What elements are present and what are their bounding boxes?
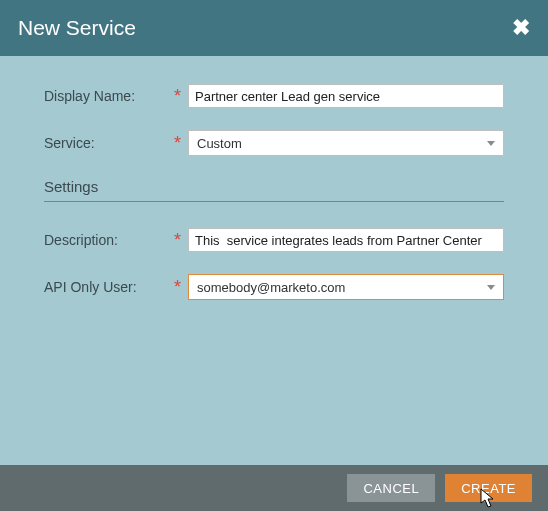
create-button[interactable]: CREATE (445, 474, 532, 502)
section-divider (44, 201, 504, 202)
close-icon[interactable]: ✖ (512, 17, 530, 39)
row-description: Description: * (44, 228, 504, 252)
service-select[interactable]: Custom (188, 130, 504, 156)
required-icon: * (174, 134, 188, 152)
new-service-dialog: New Service ✖ Display Name: * Service: *… (0, 0, 548, 511)
row-service: Service: * Custom (44, 130, 504, 156)
chevron-down-icon (487, 285, 495, 290)
required-icon: * (174, 278, 188, 296)
required-icon: * (174, 231, 188, 249)
cancel-button[interactable]: CANCEL (347, 474, 435, 502)
label-service: Service: (44, 135, 174, 151)
label-description: Description: (44, 232, 174, 248)
api-user-select[interactable]: somebody@marketo.com (188, 274, 504, 300)
chevron-down-icon (487, 141, 495, 146)
dialog-body: Display Name: * Service: * Custom Settin… (0, 56, 548, 465)
description-input[interactable] (188, 228, 504, 252)
display-name-input[interactable] (188, 84, 504, 108)
dialog-footer: CANCEL CREATE (0, 465, 548, 511)
dialog-title: New Service (18, 16, 136, 40)
row-api-user: API Only User: * somebody@marketo.com (44, 274, 504, 300)
service-select-value: Custom (197, 136, 487, 151)
label-api-user: API Only User: (44, 279, 174, 295)
section-heading-settings: Settings (44, 178, 504, 195)
label-display-name: Display Name: (44, 88, 174, 104)
row-display-name: Display Name: * (44, 84, 504, 108)
api-user-select-value: somebody@marketo.com (197, 280, 487, 295)
dialog-header: New Service ✖ (0, 0, 548, 56)
required-icon: * (174, 87, 188, 105)
